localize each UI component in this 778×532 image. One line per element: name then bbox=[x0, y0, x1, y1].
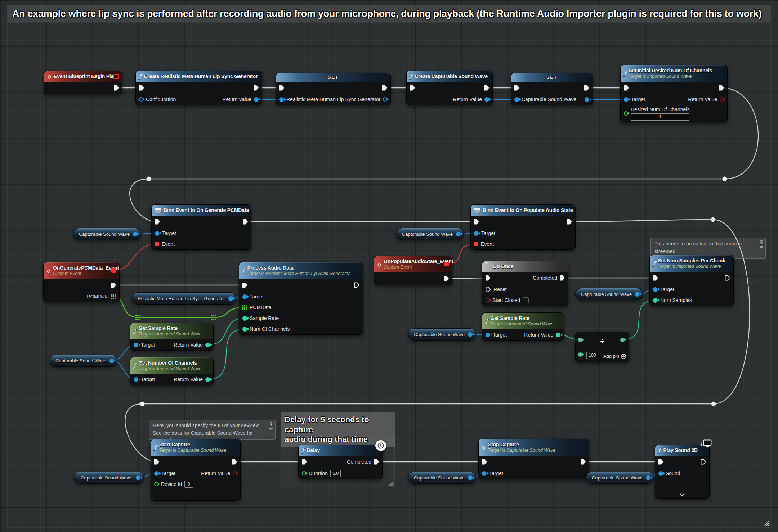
node-start-capture[interactable]: ƒStart CaptureTarget is Capturable Sound… bbox=[151, 439, 241, 501]
exec-out-pin[interactable] bbox=[243, 219, 248, 225]
target-pin[interactable] bbox=[653, 287, 658, 292]
variable-pill-capturable-sound-wave[interactable]: Capturable Sound Wave bbox=[396, 228, 464, 240]
node-set-num-samples-per-chunk[interactable]: ƒSet Num Samples Per ChunkTarget is Impo… bbox=[649, 255, 734, 306]
variable-output-pin[interactable] bbox=[646, 475, 650, 480]
exec-in-pin[interactable] bbox=[514, 85, 519, 91]
node-delay[interactable]: ƒDelayCompletedDuration5.0 bbox=[298, 445, 383, 479]
add-pin-button[interactable]: Add pin bbox=[603, 353, 626, 359]
sample-rate-pin[interactable] bbox=[242, 316, 247, 321]
variable-pill-capturable-sound-wave[interactable]: Capturable Sound Wave bbox=[74, 472, 144, 484]
exec-out-pin[interactable] bbox=[567, 219, 572, 225]
variable-output-pin[interactable] bbox=[635, 292, 640, 297]
variable-pill-capturable-sound-wave[interactable]: Capturable Sound Wave bbox=[73, 228, 141, 240]
exec-out-pin[interactable] bbox=[701, 459, 706, 465]
exec-out-pin[interactable] bbox=[111, 283, 116, 288]
add-pin-icon[interactable] bbox=[621, 354, 626, 359]
exec-out-pin[interactable] bbox=[114, 85, 119, 91]
variable-pill-capturable-sound-wave[interactable]: Capturable Sound Wave bbox=[50, 355, 117, 367]
default-value-field[interactable]: 0 bbox=[184, 481, 193, 488]
node-divide[interactable]: ÷100Add pin bbox=[575, 332, 629, 362]
configuration-pin[interactable] bbox=[139, 97, 143, 102]
node-set[interactable]: SETCapturable Sound Wave bbox=[511, 73, 593, 105]
reset-pin[interactable] bbox=[486, 287, 491, 292]
exec-in-pin[interactable] bbox=[653, 275, 658, 281]
variable-output-pin[interactable] bbox=[456, 232, 461, 236]
result-pin[interactable] bbox=[620, 338, 625, 342]
operand-pin[interactable] bbox=[578, 338, 582, 342]
device-id-pin[interactable] bbox=[154, 482, 158, 486]
return-value-pin[interactable] bbox=[720, 97, 724, 102]
target-pin[interactable] bbox=[242, 294, 247, 299]
output-pin[interactable] bbox=[383, 97, 387, 102]
exec-out-pin[interactable] bbox=[719, 85, 724, 91]
graph-resize-handle[interactable] bbox=[764, 520, 770, 526]
target-pin[interactable] bbox=[482, 471, 487, 476]
target-pin[interactable] bbox=[155, 231, 160, 236]
num-of-channels-pin[interactable] bbox=[242, 327, 247, 332]
exec-in-pin[interactable] bbox=[486, 275, 491, 281]
variable-pill-capturable-sound-wave[interactable]: Capturable Sound Wave bbox=[586, 472, 654, 484]
desired-num-of-channels-pin[interactable] bbox=[624, 111, 628, 116]
start-closed-pin[interactable] bbox=[486, 298, 490, 302]
return-value-pin[interactable] bbox=[484, 97, 489, 102]
sound-pin[interactable] bbox=[658, 471, 663, 476]
exec-out-pin[interactable] bbox=[374, 459, 379, 465]
exec-out-pin[interactable] bbox=[254, 85, 259, 91]
default-value-field[interactable]: 100 bbox=[586, 352, 598, 359]
variable-output-pin[interactable] bbox=[136, 475, 140, 480]
exec-out-pin[interactable] bbox=[581, 459, 586, 465]
target-pin[interactable] bbox=[486, 333, 490, 337]
num-samples-pin[interactable] bbox=[653, 298, 658, 303]
node-stop-capture[interactable]: ◇Stop CaptureTarget is Capturable Sound … bbox=[478, 439, 589, 479]
return-value-pin[interactable] bbox=[254, 97, 259, 102]
node-process-audio-data[interactable]: ƒProcess Audio DataTarget is Realistic M… bbox=[239, 262, 363, 335]
node-create-realistic-meta-human-lip-sync-generator[interactable]: ƒCreate Realistic Meta Human Lip Sync Ge… bbox=[135, 71, 262, 105]
exec-in-pin[interactable] bbox=[242, 283, 247, 288]
target-pin[interactable] bbox=[134, 343, 138, 347]
variable-output-pin[interactable] bbox=[133, 232, 138, 236]
bubble-icon[interactable] bbox=[759, 245, 764, 249]
operand-pin[interactable] bbox=[578, 352, 582, 357]
default-value-field[interactable]: 5.0 bbox=[330, 470, 341, 477]
variable-pill-capturable-sound-wave[interactable]: Capturable Sound Wave bbox=[408, 328, 476, 341]
pcmdata-pin[interactable] bbox=[242, 305, 247, 310]
node-bind-event-to-on-populate-audio-state[interactable]: Bind Event to On Populate Audio StateTar… bbox=[470, 204, 576, 250]
target-pin[interactable] bbox=[474, 231, 479, 236]
capturable-sound-wave-pin[interactable] bbox=[514, 97, 519, 102]
node-onpopulateaudiostate-event[interactable]: ◇OnPopulateAudioState_EventCustom Event bbox=[374, 256, 452, 285]
delegate-pin[interactable] bbox=[444, 262, 449, 266]
variable-output-pin[interactable] bbox=[228, 296, 233, 301]
exec-out-pin[interactable] bbox=[382, 85, 387, 91]
return-value-pin[interactable] bbox=[205, 343, 210, 347]
delegate-pin[interactable] bbox=[111, 268, 116, 273]
target-pin[interactable] bbox=[624, 97, 629, 102]
start-closed-checkbox[interactable] bbox=[523, 297, 529, 303]
exec-out-pin[interactable] bbox=[232, 459, 237, 465]
exec-in-pin[interactable] bbox=[279, 85, 284, 91]
event-pin[interactable] bbox=[474, 242, 478, 246]
pin-icon[interactable] bbox=[759, 240, 764, 244]
node-set[interactable]: SETRealistic Meta Human Lip Sync Generat… bbox=[276, 73, 391, 105]
return-value-pin[interactable] bbox=[556, 333, 560, 337]
variable-output-pin[interactable] bbox=[109, 359, 114, 363]
node-get-sample-rate[interactable]: ƒGet Sample RateTarget is Imported Sound… bbox=[130, 323, 214, 351]
target-pin[interactable] bbox=[134, 377, 138, 382]
comment-resize-handle[interactable] bbox=[388, 481, 394, 487]
variable-pill-capturable-sound-wave[interactable]: Capturable Sound Wave bbox=[575, 288, 643, 300]
exec-in-pin[interactable] bbox=[410, 85, 415, 91]
exec-in-pin[interactable] bbox=[474, 219, 479, 225]
blueprint-graph-canvas[interactable]: An example where lip sync is performed a… bbox=[0, 0, 778, 532]
exec-in-pin[interactable] bbox=[155, 219, 160, 225]
exec-out-pin[interactable] bbox=[560, 275, 565, 281]
target-pin[interactable] bbox=[154, 471, 159, 476]
exec-in-pin[interactable] bbox=[658, 459, 663, 465]
exec-out-pin[interactable] bbox=[584, 85, 589, 91]
node-create-capturable-sound-wave[interactable]: ƒCreate Capturable Sound WaveReturn Valu… bbox=[406, 71, 493, 105]
realistic-meta-human-lip-sync-generator-pin[interactable] bbox=[279, 97, 284, 102]
return-value-pin[interactable] bbox=[205, 377, 210, 382]
pcmdata-pin[interactable] bbox=[111, 294, 116, 299]
exec-in-pin[interactable] bbox=[482, 459, 487, 465]
node-bind-event-to-on-generate-pcmdata[interactable]: Bind Event to On Generate PCMDataTargetE… bbox=[151, 204, 251, 250]
outer-comment-title[interactable]: An example where lip sync is performed a… bbox=[7, 5, 771, 22]
node-do-once[interactable]: →Do OnceCompletedResetStart Closed bbox=[482, 261, 568, 306]
